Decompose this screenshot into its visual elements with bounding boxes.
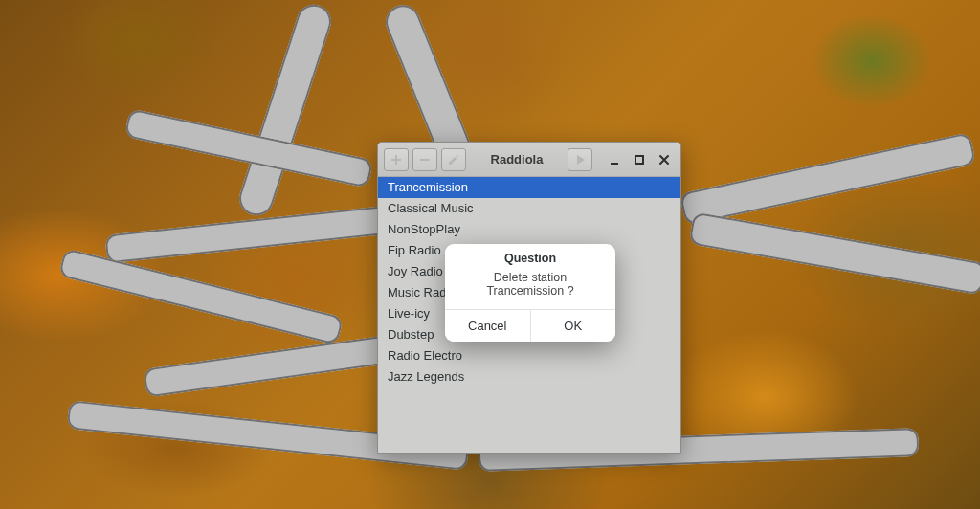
desktop-wallpaper: Raddiola xyxy=(0,0,980,509)
maximize-icon xyxy=(634,154,645,166)
pencil-icon xyxy=(448,154,459,166)
wallpaper-road xyxy=(688,211,980,295)
minimize-icon xyxy=(609,154,620,166)
remove-station-button[interactable] xyxy=(412,148,437,171)
dialog-title: Question xyxy=(445,244,615,269)
wallpaper-road xyxy=(58,248,344,345)
window-close-button[interactable] xyxy=(654,149,675,170)
svg-rect-2 xyxy=(635,156,643,164)
svg-rect-1 xyxy=(611,163,618,165)
ok-button[interactable]: OK xyxy=(530,310,616,342)
cancel-button[interactable]: Cancel xyxy=(445,310,530,342)
title-area: Raddiola xyxy=(470,152,564,166)
close-icon xyxy=(658,154,670,166)
edit-station-button[interactable] xyxy=(441,148,466,171)
station-item[interactable]: Radio Electro xyxy=(378,345,680,366)
svg-rect-0 xyxy=(420,159,430,161)
confirm-dialog: Question Delete station Trancemission ? … xyxy=(445,244,615,342)
window-minimize-button[interactable] xyxy=(604,149,625,170)
add-station-button[interactable] xyxy=(384,148,409,171)
wallpaper-road xyxy=(234,0,335,220)
station-item[interactable]: Trancemission xyxy=(378,177,680,198)
titlebar[interactable]: Raddiola xyxy=(378,143,680,177)
station-item[interactable]: NonStopPlay xyxy=(378,219,680,240)
window-title: Raddiola xyxy=(491,152,544,166)
minus-icon xyxy=(419,154,431,166)
dialog-message: Delete station Trancemission ? xyxy=(445,269,615,309)
dialog-actions: Cancel OK xyxy=(445,309,615,342)
station-item[interactable]: Jazz Legends xyxy=(378,366,680,387)
station-item[interactable]: Classical Music xyxy=(378,198,680,219)
wallpaper-road xyxy=(679,132,976,226)
play-icon xyxy=(574,154,586,166)
window-maximize-button[interactable] xyxy=(629,149,650,170)
play-button[interactable] xyxy=(568,148,592,171)
plus-icon xyxy=(390,154,402,166)
